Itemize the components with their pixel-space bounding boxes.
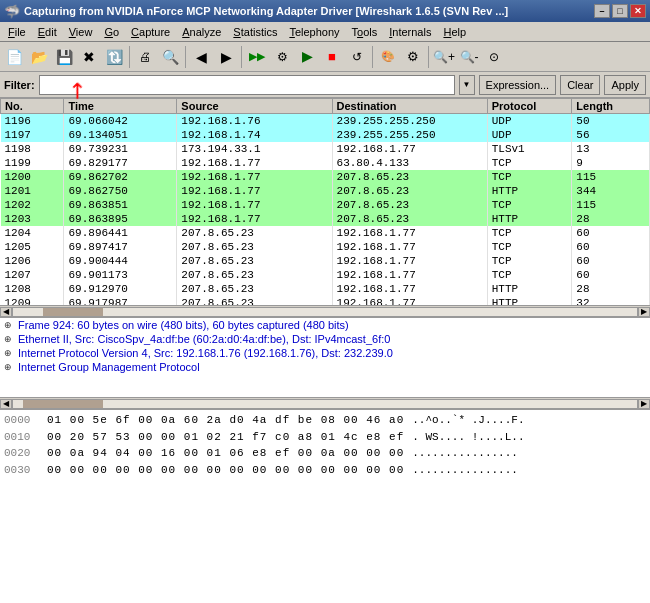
hscroll2-right-btn[interactable]: ▶	[638, 399, 650, 409]
toolbar-find-btn[interactable]: 🔍	[158, 45, 182, 69]
table-cell: 207.8.65.23	[177, 282, 332, 296]
hex-ascii: ..^o..`* .J....F.	[412, 412, 524, 429]
hex-offset: 0010	[4, 429, 39, 446]
hscroll2-left-btn[interactable]: ◀	[0, 399, 12, 409]
packet-list[interactable]: No. Time Source Destination Protocol Len…	[0, 98, 650, 306]
filter-input[interactable]	[39, 75, 455, 95]
table-cell: 207.8.65.23	[177, 296, 332, 306]
toolbar-reload-btn[interactable]: 🔃	[102, 45, 126, 69]
toolbar-new-btn[interactable]: 📄	[2, 45, 26, 69]
table-row[interactable]: 119969.829177192.168.1.7763.80.4.133TCP9	[1, 156, 650, 170]
table-cell: 1208	[1, 282, 64, 296]
hscroll2-track[interactable]	[12, 399, 638, 409]
detail-row[interactable]: ⊕Internet Group Management Protocol	[0, 360, 650, 374]
expand-icon[interactable]: ⊕	[4, 348, 14, 358]
toolbar-back-btn[interactable]: ◀	[189, 45, 213, 69]
table-cell: 1200	[1, 170, 64, 184]
expand-icon[interactable]: ⊕	[4, 334, 14, 344]
close-button[interactable]: ✕	[630, 4, 646, 18]
table-row[interactable]: 119769.134051192.168.1.74239.255.255.250…	[1, 128, 650, 142]
table-cell: TCP	[487, 240, 572, 254]
toolbar-close-btn[interactable]: ✖	[77, 45, 101, 69]
table-cell: HTTP	[487, 296, 572, 306]
toolbar-cap-restart-btn[interactable]: ↺	[345, 45, 369, 69]
table-cell: 28	[572, 212, 650, 226]
table-row[interactable]: 120569.897417207.8.65.23192.168.1.77TCP6…	[1, 240, 650, 254]
toolbar-prefs-btn[interactable]: ⚙	[401, 45, 425, 69]
table-row[interactable]: 120169.862750192.168.1.77207.8.65.23HTTP…	[1, 184, 650, 198]
maximize-button[interactable]: □	[612, 4, 628, 18]
table-cell: 60	[572, 226, 650, 240]
table-row[interactable]: 120269.863851192.168.1.77207.8.65.23TCP1…	[1, 198, 650, 212]
menu-statistics[interactable]: Statistics	[227, 23, 283, 41]
hscroll-left-btn[interactable]: ◀	[0, 307, 12, 317]
toolbar-cap-opts-btn[interactable]: ⚙	[270, 45, 294, 69]
toolbar-cap-stop-btn[interactable]: ■	[320, 45, 344, 69]
menu-internals[interactable]: Internals	[383, 23, 437, 41]
main-content: No. Time Source Destination Protocol Len…	[0, 98, 650, 603]
minimize-button[interactable]: –	[594, 4, 610, 18]
packet-list-hscrollbar[interactable]: ◀ ▶	[0, 306, 650, 318]
menu-edit[interactable]: Edit	[32, 23, 63, 41]
menu-tools[interactable]: Tools	[346, 23, 384, 41]
toolbar-zoom-reset-btn[interactable]: ⊙	[482, 45, 506, 69]
table-row[interactable]: 120969.917987207.8.65.23192.168.1.77HTTP…	[1, 296, 650, 306]
detail-row[interactable]: ⊕Internet Protocol Version 4, Src: 192.1…	[0, 346, 650, 360]
table-row[interactable]: 120669.900444207.8.65.23192.168.1.77TCP6…	[1, 254, 650, 268]
toolbar-zoom-in-btn[interactable]: 🔍+	[432, 45, 456, 69]
packet-details-hscrollbar[interactable]: ◀ ▶	[0, 398, 650, 410]
expression-button[interactable]: Expression...	[479, 75, 557, 95]
col-header-destination: Destination	[332, 99, 487, 114]
hex-dump[interactable]: 000001 00 5e 6f 00 0a 60 2a d0 4a df be …	[0, 410, 650, 603]
col-header-time: Time	[64, 99, 177, 114]
table-row[interactable]: 120069.862702192.168.1.77207.8.65.23TCP1…	[1, 170, 650, 184]
filter-dropdown-btn[interactable]: ▼	[459, 75, 475, 95]
packet-details[interactable]: ⊕Frame 924: 60 bytes on wire (480 bits),…	[0, 318, 650, 398]
menu-file[interactable]: File	[2, 23, 32, 41]
table-cell: 69.863851	[64, 198, 177, 212]
hscroll-right-btn[interactable]: ▶	[638, 307, 650, 317]
expand-icon[interactable]: ⊕	[4, 362, 14, 372]
hscroll2-thumb[interactable]	[23, 400, 103, 408]
apply-button[interactable]: Apply	[604, 75, 646, 95]
hscroll-thumb[interactable]	[43, 308, 103, 316]
detail-row[interactable]: ⊕Frame 924: 60 bytes on wire (480 bits),…	[0, 318, 650, 332]
menu-capture[interactable]: Capture	[125, 23, 176, 41]
table-row[interactable]: 120769.901173207.8.65.23192.168.1.77TCP6…	[1, 268, 650, 282]
toolbar-open-btn[interactable]: 📂	[27, 45, 51, 69]
toolbar-fwd-btn[interactable]: ▶	[214, 45, 238, 69]
toolbar-save-btn[interactable]: 💾	[52, 45, 76, 69]
menu-view[interactable]: View	[63, 23, 99, 41]
table-cell: 207.8.65.23	[177, 268, 332, 282]
toolbar-zoom-out-btn[interactable]: 🔍-	[457, 45, 481, 69]
filter-bar: Filter: ▼ Expression... Clear Apply	[0, 72, 650, 98]
table-row[interactable]: 119869.739231173.194.33.1192.168.1.77TLS…	[1, 142, 650, 156]
table-cell: 192.168.1.76	[177, 114, 332, 129]
menu-help[interactable]: Help	[437, 23, 472, 41]
menu-go[interactable]: Go	[98, 23, 125, 41]
table-cell: TCP	[487, 268, 572, 282]
table-row[interactable]: 119669.066042192.168.1.76239.255.255.250…	[1, 114, 650, 129]
table-row[interactable]: 120369.863895192.168.1.77207.8.65.23HTTP…	[1, 212, 650, 226]
menu-analyze[interactable]: Analyze	[176, 23, 227, 41]
table-cell: 1201	[1, 184, 64, 198]
hscroll-track[interactable]	[12, 307, 638, 317]
table-cell: 69.862750	[64, 184, 177, 198]
table-cell: 63.80.4.133	[332, 156, 487, 170]
table-cell: 207.8.65.23	[177, 254, 332, 268]
table-row[interactable]: 120869.912970207.8.65.23192.168.1.77HTTP…	[1, 282, 650, 296]
table-cell: 344	[572, 184, 650, 198]
detail-row[interactable]: ⊕Ethernet II, Src: CiscoSpv_4a:df:be (60…	[0, 332, 650, 346]
clear-button[interactable]: Clear	[560, 75, 600, 95]
table-cell: 56	[572, 128, 650, 142]
toolbar-cap-iface-btn[interactable]: ▶▶	[245, 45, 269, 69]
expand-icon[interactable]: ⊕	[4, 320, 14, 330]
toolbar-color-btn[interactable]: 🎨	[376, 45, 400, 69]
menu-telephony[interactable]: Telephony	[283, 23, 345, 41]
menu-edit-label: Edit	[38, 26, 57, 38]
table-row[interactable]: 120469.896441207.8.65.23192.168.1.77TCP6…	[1, 226, 650, 240]
toolbar-cap-start-btn[interactable]: ▶	[295, 45, 319, 69]
toolbar-sep-3	[241, 46, 242, 68]
hex-row: 003000 00 00 00 00 00 00 00 00 00 00 00 …	[4, 462, 646, 479]
toolbar-print-btn[interactable]: 🖨	[133, 45, 157, 69]
